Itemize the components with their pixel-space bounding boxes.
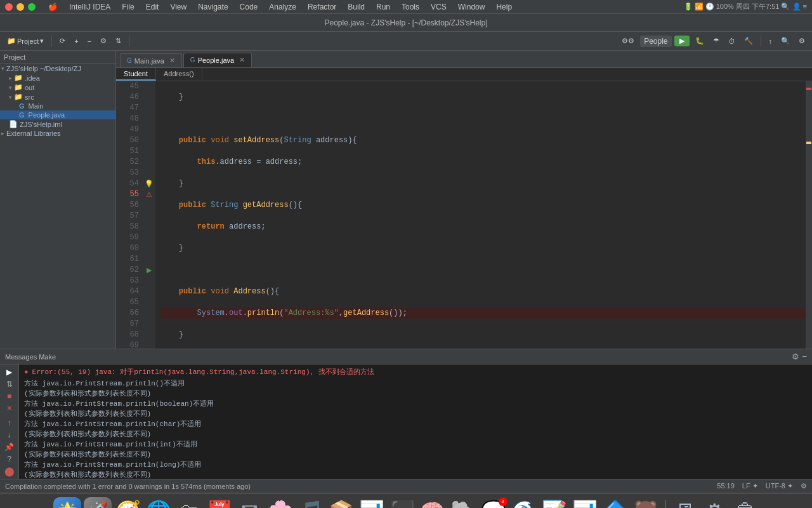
dock-mail[interactable]: ✉: [236, 497, 264, 509]
dock-photos[interactable]: 🌸: [266, 497, 294, 509]
tab-icon-main: G: [127, 57, 132, 64]
minimize-button[interactable]: [16, 3, 24, 11]
tree-item-extlibs-label: External Libraries: [6, 130, 61, 137]
scroll-down-button[interactable]: ↓: [3, 430, 16, 439]
finder2-icon: 🗂: [179, 499, 199, 508]
error-badge-icon: ⬤: [4, 466, 15, 476]
coverage-button[interactable]: ☂: [710, 36, 723, 46]
line-numbers: 45 46 47 48 49 50 51 52 53 54 55 56 57 5…: [116, 81, 143, 349]
code-content[interactable]: } public void setAddress(String address)…: [155, 81, 806, 349]
dock-intellij[interactable]: 🧠: [419, 497, 447, 509]
dock-virtualbox[interactable]: 📦: [327, 497, 355, 509]
search-everywhere-button[interactable]: 🔍: [778, 36, 793, 46]
dock: 🌟 🚀 🧭 🌐 🗂 📅 ✉ 🌸 🎵 📦 📊 ⬛ 🧠 🐘: [0, 493, 812, 508]
toolbar-separator-2: [129, 36, 129, 47]
menu-help[interactable]: Help: [491, 3, 517, 11]
tree-item-extlibs[interactable]: ▸ External Libraries: [0, 129, 115, 138]
sync-button[interactable]: ⟳: [56, 36, 69, 46]
project-dropdown[interactable]: 📁 Project ▾: [4, 36, 47, 46]
error-message-row: ● Error:(55, 19) java: 对于println(java.la…: [24, 367, 807, 377]
tree-item-out[interactable]: ▾ 📁 out: [0, 83, 115, 92]
tree-item-src[interactable]: ▾ 📁 src: [0, 92, 115, 102]
menu-run[interactable]: Run: [371, 3, 395, 11]
dock-trash[interactable]: 🗑: [731, 497, 759, 509]
tab-main-java[interactable]: G Main.java ✕: [120, 53, 182, 67]
sort-button[interactable]: ⇅: [112, 36, 124, 46]
dock-weibo[interactable]: 🌊: [510, 497, 538, 509]
subtab-address[interactable]: Address(): [156, 68, 202, 81]
dock-bear[interactable]: 🐻: [632, 497, 660, 509]
window-controls[interactable]: [5, 3, 36, 11]
menu-window[interactable]: Window: [453, 3, 490, 11]
dock-safari[interactable]: 🧭: [114, 497, 142, 509]
menu-edit[interactable]: Edit: [141, 3, 164, 11]
scroll-up-button[interactable]: ↑: [3, 418, 16, 427]
run-msg-button[interactable]: ▶: [3, 367, 16, 377]
build-button[interactable]: 🔨: [741, 36, 756, 46]
menu-build[interactable]: Build: [343, 3, 370, 11]
dock-numbers[interactable]: 📊: [358, 497, 386, 509]
menu-view[interactable]: View: [165, 3, 192, 11]
sort-msg-button[interactable]: ⇅: [3, 379, 16, 389]
tree-item-root[interactable]: ▾ ZJS'sHelp ~/Desktop/ZJ: [0, 64, 115, 73]
messages-header-label: Messages Make: [5, 353, 56, 361]
dock-word[interactable]: 📝: [540, 497, 568, 509]
dock-chrome[interactable]: 🌐: [145, 497, 173, 509]
subtab-student[interactable]: Student: [116, 68, 156, 81]
pin-button[interactable]: 📌: [3, 442, 16, 451]
menu-navigate[interactable]: Navigate: [193, 3, 233, 11]
close-button[interactable]: [5, 3, 13, 11]
close-tab-main[interactable]: ✕: [169, 57, 175, 65]
apple-menu[interactable]: 🍎: [43, 3, 63, 11]
menu-intellij[interactable]: IntelliJ IDEA: [64, 3, 115, 11]
close-tab-people[interactable]: ✕: [239, 56, 245, 64]
dock-wechat[interactable]: 💬 3: [480, 497, 508, 509]
dock-terminal[interactable]: ⬛: [388, 497, 416, 509]
maximize-button[interactable]: [28, 3, 36, 11]
messages-close-icon[interactable]: −: [802, 352, 807, 361]
messages-settings-icon[interactable]: ⚙: [792, 352, 799, 361]
menu-tools[interactable]: Tools: [396, 3, 424, 11]
dock-intellij2[interactable]: 🔷: [601, 497, 629, 509]
profile-button[interactable]: ⏱: [725, 36, 738, 46]
dock-finder2[interactable]: 🗂: [175, 497, 203, 509]
error-bullet-icon: ●: [24, 367, 29, 377]
debug-button[interactable]: 🐛: [692, 36, 707, 46]
tree-item-main[interactable]: G Main: [0, 102, 115, 110]
dock-settings[interactable]: ⚙: [701, 497, 729, 509]
tree-item-out-label: out: [25, 84, 34, 91]
dock-powerpoint[interactable]: 📊: [571, 497, 599, 509]
gear-button[interactable]: ⚙: [97, 36, 110, 46]
dock-display[interactable]: 🖥: [671, 497, 698, 509]
chrome-icon: 🌐: [146, 499, 171, 509]
menu-code[interactable]: Code: [235, 3, 263, 11]
dock-evernote[interactable]: 🐘: [449, 497, 477, 509]
menu-analyze[interactable]: Analyze: [264, 3, 301, 11]
run-button[interactable]: ▶: [674, 36, 690, 46]
code-editor[interactable]: 45 46 47 48 49 50 51 52 53 54 55 56 57 5…: [116, 81, 812, 349]
terminal-icon: ⬛: [390, 499, 415, 509]
tree-item-idea[interactable]: ▸ 📁 .idea: [0, 73, 115, 83]
tree-item-iml[interactable]: 📄 ZJS'sHelp.iml: [0, 119, 115, 129]
vcs-button[interactable]: ↑: [766, 36, 776, 46]
add-button[interactable]: +: [71, 36, 81, 46]
dock-finder[interactable]: 🌟: [53, 497, 81, 509]
menu-file[interactable]: File: [117, 3, 139, 11]
help-msg-button[interactable]: ?: [3, 454, 16, 464]
stop-msg-button[interactable]: ■: [3, 391, 16, 401]
dock-calendar[interactable]: 📅: [206, 497, 233, 509]
dock-music[interactable]: 🎵: [297, 497, 325, 509]
tree-item-people[interactable]: G People.java: [0, 110, 115, 119]
breadcrumb-settings[interactable]: ⚙⚙: [619, 36, 638, 46]
minus-button[interactable]: −: [84, 36, 95, 46]
settings-button[interactable]: ⚙: [796, 36, 808, 46]
tab-people-java[interactable]: G People.java ✕: [183, 53, 252, 67]
menu-refactor[interactable]: Refactor: [303, 3, 341, 11]
dock-launchpad[interactable]: 🚀: [84, 497, 112, 509]
status-right: 55:19 LF ✦ UTF-8 ✦ ⚙: [717, 482, 807, 490]
menu-vcs[interactable]: VCS: [426, 3, 452, 11]
chevron-down-icon: ▾: [1, 65, 4, 72]
clear-msg-button[interactable]: ✕: [3, 403, 16, 413]
word-icon: 📝: [542, 499, 567, 509]
numbers-icon: 📊: [359, 499, 384, 509]
